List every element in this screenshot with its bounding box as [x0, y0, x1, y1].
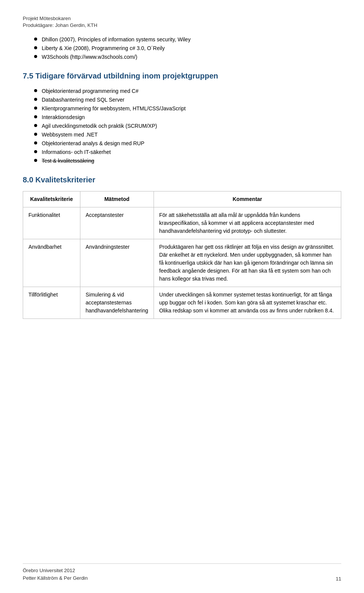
bullet-icon [34, 141, 37, 144]
list-item: Test & kvalitetssäkring [23, 157, 341, 165]
quality-table: Kavalitetskriterie Mätmetod Kommentar Fu… [23, 191, 341, 319]
section-80: 8.0 Kvalitetskriterier Kavalitetskriteri… [23, 176, 341, 319]
cell-criteria-3: Tillförlitlighet [23, 287, 80, 319]
cell-method-3: Simulering & vid acceptanstesternas hand… [80, 287, 154, 319]
header-title: Projekt Mötesbokaren [23, 15, 341, 22]
list-item: Dhillon (2007), Principles of informatio… [23, 36, 341, 44]
page: Projekt Mötesbokaren Produktägare: Johan… [0, 0, 364, 593]
cell-criteria-1: Funktionalitet [23, 207, 80, 239]
bullet-icon [34, 133, 37, 136]
bullet-text: Interaktionsdesign [42, 113, 85, 121]
footer-left: Örebro Universitet 2012 Petter Källström… [23, 567, 88, 582]
list-item: Liberty & Xie (2008), Programmering c# 3… [23, 44, 341, 52]
list-item: Databashantering med SQL Server [23, 96, 341, 104]
table-row: Funktionalitet Acceptanstester För att s… [23, 207, 341, 239]
bullet-text: Webbsystem med .NET [42, 131, 98, 139]
list-item: Interaktionsdesign [23, 113, 341, 121]
bullet-text: Liberty & Xie (2008), Programmering c# 3… [42, 44, 165, 52]
bullet-icon [34, 150, 37, 153]
list-item: Objektorienterad analys & design med RUP [23, 140, 341, 147]
cell-method-1: Acceptanstester [80, 207, 154, 239]
list-item: Objektorienterad programmering med C# [23, 87, 341, 95]
table-row: Användbarhet Användningstester Produktäg… [23, 239, 341, 287]
cell-criteria-2: Användbarhet [23, 239, 80, 287]
col-header-method: Mätmetod [80, 191, 154, 207]
bullet-text: Dhillon (2007), Principles of informatio… [42, 36, 191, 44]
bullet-icon [34, 115, 37, 118]
section-75: 7.5 Tidigare förvärvad utbildning inom p… [23, 72, 341, 165]
page-footer: Örebro Universitet 2012 Petter Källström… [23, 563, 341, 582]
table-header-row: Kavalitetskriterie Mätmetod Kommentar [23, 191, 341, 207]
bullet-icon [34, 38, 37, 41]
footer-page-number: 11 [336, 576, 341, 582]
list-item: W3Schools (http://www.w3schools.com/) [23, 53, 341, 61]
table-row: Tillförlitlighet Simulering & vid accept… [23, 287, 341, 319]
list-item: Informations- och IT-säkerhet [23, 148, 341, 156]
bullet-text: Agil utvecklingsmetodik och praktik (SCR… [42, 122, 157, 130]
bullet-text: Informations- och IT-säkerhet [42, 148, 111, 156]
bullet-text: W3Schools (http://www.w3schools.com/) [42, 53, 137, 61]
list-item: Webbsystem med .NET [23, 131, 341, 139]
bullet-text: Databashantering med SQL Server [42, 96, 124, 104]
cell-comment-2: Produktägaren har gett oss riktlinjer at… [154, 239, 341, 287]
cell-comment-1: För att säkehetsställa att alla mål är u… [154, 207, 341, 239]
col-header-criteria: Kavalitetskriterie [23, 191, 80, 207]
section-75-heading: 7.5 Tidigare förvärvad utbildning inom p… [23, 72, 341, 80]
footer-authors: Petter Källström & Per Gerdin [23, 574, 88, 582]
bullet-icon [34, 98, 37, 101]
col-header-comment: Kommentar [154, 191, 341, 207]
bullet-icon [34, 124, 37, 127]
bullet-icon [34, 89, 37, 92]
bullet-text: Objektorienterad programmering med C# [42, 87, 138, 95]
top-bullet-list: Dhillon (2007), Principles of informatio… [23, 36, 341, 61]
bullet-icon [34, 46, 37, 49]
section-80-heading: 8.0 Kvalitetskriterier [23, 176, 341, 184]
header-subtitle: Produktägare: Johan Gerdin, KTH [23, 22, 341, 29]
cell-comment-3: Under utvecklingen så kommer systemet te… [154, 287, 341, 319]
bullet-icon [34, 159, 37, 162]
bullet-text-strikethrough: Test & kvalitetssäkring [42, 157, 94, 165]
bullet-icon [34, 107, 37, 110]
bullet-text: Klientprogrammering för webbsystem, HTML… [42, 105, 186, 113]
footer-university: Örebro Universitet 2012 [23, 567, 88, 574]
bullet-text: Objektorienterad analys & design med RUP [42, 140, 144, 147]
list-item: Klientprogrammering för webbsystem, HTML… [23, 105, 341, 113]
page-header: Projekt Mötesbokaren Produktägare: Johan… [23, 15, 341, 29]
cell-method-2: Användningstester [80, 239, 154, 287]
list-item: Agil utvecklingsmetodik och praktik (SCR… [23, 122, 341, 130]
bullet-icon [34, 55, 37, 58]
